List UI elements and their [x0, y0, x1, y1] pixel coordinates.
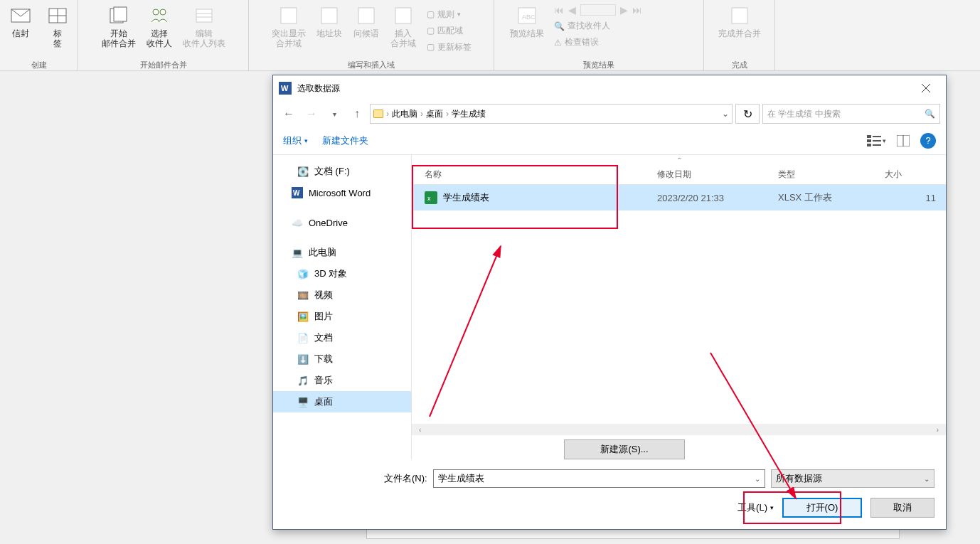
toolbar-row: 组织▾ 新建文件夹 ▾ ?	[273, 127, 946, 155]
svg-text:W: W	[293, 189, 300, 197]
filetype-label: 所有数据源	[776, 472, 822, 485]
filetype-select[interactable]: 所有数据源 ⌄	[771, 469, 934, 488]
address-bar[interactable]: › 此电脑 › 桌面 › 学生成绩 ⌄	[370, 104, 733, 124]
ribbon-highlight-field: 突出显示 合并域	[267, 3, 310, 58]
filename-input[interactable]: 学生成绩表 ⌄	[433, 469, 765, 488]
col-size[interactable]: 大小	[885, 169, 946, 181]
next-record-icon: ▶	[620, 4, 628, 16]
ribbon-finish-merge: 完成并合并	[714, 3, 765, 58]
file-name: 学生成绩表	[443, 191, 489, 204]
svg-rect-26	[867, 144, 871, 146]
refresh-button[interactable]: ↻	[735, 104, 760, 124]
col-type[interactable]: 类型	[778, 169, 885, 181]
view-mode-button[interactable]: ▾	[866, 131, 886, 151]
breadcrumb-1[interactable]: 桌面	[426, 108, 443, 120]
ribbon-find-recipient-label: 查找收件人	[568, 20, 610, 32]
preview-pane-button[interactable]	[893, 131, 913, 151]
breadcrumb-0[interactable]: 此电脑	[392, 108, 417, 120]
address-dropdown-icon[interactable]: ⌄	[722, 109, 729, 119]
nav-row: ← → ▾ ↑ › 此电脑 › 桌面 › 学生成绩 ⌄ ↻ 在 学生成绩 中搜索…	[273, 101, 946, 127]
search-input[interactable]: 在 学生成绩 中搜索 🔍	[762, 104, 940, 124]
nav-item-label: 文档 (F:)	[314, 165, 350, 178]
nav-item-documents[interactable]: 📄文档	[273, 327, 411, 348]
ribbon-group-create-label: 创建	[31, 58, 47, 72]
download-icon: ⬇️	[297, 353, 309, 365]
filename-label: 文件名(N):	[384, 472, 427, 485]
ribbon-check-errors-label: 检查错误	[565, 36, 599, 48]
nav-item-video[interactable]: 🎞️视频	[273, 284, 411, 306]
xlsx-icon: x	[425, 191, 437, 204]
insert-field-icon	[392, 4, 415, 27]
ribbon-highlight-label: 突出显示 合并域	[272, 28, 306, 49]
file-row[interactable]: x 学生成绩表 2023/2/20 21:33 XLSX 工作表 11	[412, 185, 946, 210]
nav-item-pc[interactable]: 💻此电脑	[273, 242, 411, 263]
back-button[interactable]: ←	[279, 104, 299, 124]
ribbon-labels-label: 标 签	[53, 28, 62, 49]
ribbon-group-mailmerge: 开始 邮件合并 选择 收件人 编辑 收件人列表 开始邮件合并	[78, 0, 249, 70]
new-folder-button[interactable]: 新建文件夹	[322, 134, 368, 147]
col-date[interactable]: 修改日期	[657, 169, 778, 181]
svg-rect-22	[867, 135, 871, 138]
ribbon-edit-recipients: 编辑 收件人列表	[179, 3, 230, 58]
ribbon-labels[interactable]: 标 签	[40, 3, 75, 58]
nav-item-downloads[interactable]: ⬇️下载	[273, 348, 411, 370]
ribbon-match: ▢匹配域	[422, 23, 476, 38]
up-button[interactable]: ↑	[347, 104, 367, 124]
nav-item-label: 此电脑	[309, 246, 336, 259]
horizontal-scrollbar[interactable]: ‹›	[412, 424, 946, 435]
nav-item-desktop[interactable]: 🖥️桌面	[273, 391, 411, 412]
svg-rect-11	[281, 8, 297, 23]
folder-icon	[373, 110, 383, 118]
nav-item-music[interactable]: 🎵音乐	[273, 370, 411, 391]
record-nav: ⏮ ◀ ▶ ⏭	[550, 3, 692, 17]
filename-value: 学生成绩表	[438, 472, 484, 485]
nav-item-label: 桌面	[314, 395, 333, 408]
chevron-down-icon[interactable]: ⌄	[755, 475, 760, 483]
disk-icon: 💽	[297, 166, 309, 177]
close-button[interactable]	[912, 78, 940, 99]
ribbon-select-recipients[interactable]: 选择 收件人	[142, 3, 177, 58]
ribbon-start-merge-label: 开始 邮件合并	[102, 28, 136, 49]
svg-rect-24	[867, 139, 871, 142]
forward-button[interactable]: →	[302, 104, 321, 124]
bc-sep-icon: ›	[446, 109, 449, 119]
breadcrumb-2[interactable]: 学生成绩	[452, 108, 486, 120]
recent-button[interactable]: ▾	[324, 104, 344, 124]
tools-dropdown[interactable]: 工具(L)▾	[737, 501, 774, 514]
ribbon-envelope[interactable]: 信封	[3, 3, 38, 58]
open-button[interactable]: 打开(O)	[782, 498, 862, 518]
col-name[interactable]: 名称	[412, 169, 657, 181]
first-record-icon: ⏮	[554, 4, 564, 16]
nav-item-word[interactable]: WMicrosoft Word	[273, 182, 411, 203]
new-source-button[interactable]: 新建源(S)...	[564, 439, 685, 459]
svg-rect-5	[114, 7, 127, 21]
word-app-icon: W	[279, 82, 292, 95]
ribbon-start-merge[interactable]: 开始 邮件合并	[97, 3, 140, 58]
ribbon-check-errors: ⚠检查错误	[550, 35, 692, 50]
highlight-icon	[277, 4, 300, 27]
cancel-button[interactable]: 取消	[870, 498, 934, 518]
ribbon-group-preview-label: 预览结果	[583, 58, 614, 72]
nav-item-label: 图片	[314, 310, 333, 323]
address-icon	[318, 4, 341, 27]
nav-pane: 💽文档 (F:) WMicrosoft Word ☁️OneDrive 💻此电脑…	[273, 155, 412, 459]
svg-rect-27	[873, 144, 881, 146]
organize-button[interactable]: 组织▾	[283, 134, 308, 147]
svg-rect-17	[732, 8, 747, 23]
finish-icon	[728, 4, 751, 27]
nav-item-pictures[interactable]: 🖼️图片	[273, 306, 411, 327]
select-data-source-dialog: W 选取数据源 ← → ▾ ↑ › 此电脑 › 桌面 › 学生成绩 ⌄ ↻ 在 …	[272, 75, 947, 530]
nav-item-onedrive[interactable]: ☁️OneDrive	[273, 212, 411, 233]
nav-item-label: 视频	[314, 289, 333, 302]
nav-item-label: 3D 对象	[314, 267, 347, 280]
collapse-chevron-icon[interactable]: ⌃	[412, 155, 946, 165]
help-button[interactable]: ?	[920, 133, 936, 149]
ribbon-address-block: 地址块	[311, 3, 347, 58]
dialog-body: 💽文档 (F:) WMicrosoft Word ☁️OneDrive 💻此电脑…	[273, 155, 946, 459]
select-recipients-icon	[148, 4, 171, 27]
svg-rect-12	[321, 8, 337, 23]
ribbon-match-label: 匹配域	[437, 25, 463, 37]
edit-recipients-icon	[193, 4, 215, 27]
nav-item-3d[interactable]: 🧊3D 对象	[273, 263, 411, 284]
nav-item-disk[interactable]: 💽文档 (F:)	[273, 161, 411, 182]
